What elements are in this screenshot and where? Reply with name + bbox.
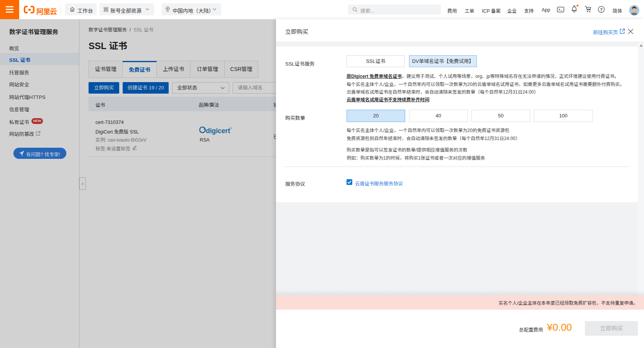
svg-text:?: ? [600, 7, 603, 12]
